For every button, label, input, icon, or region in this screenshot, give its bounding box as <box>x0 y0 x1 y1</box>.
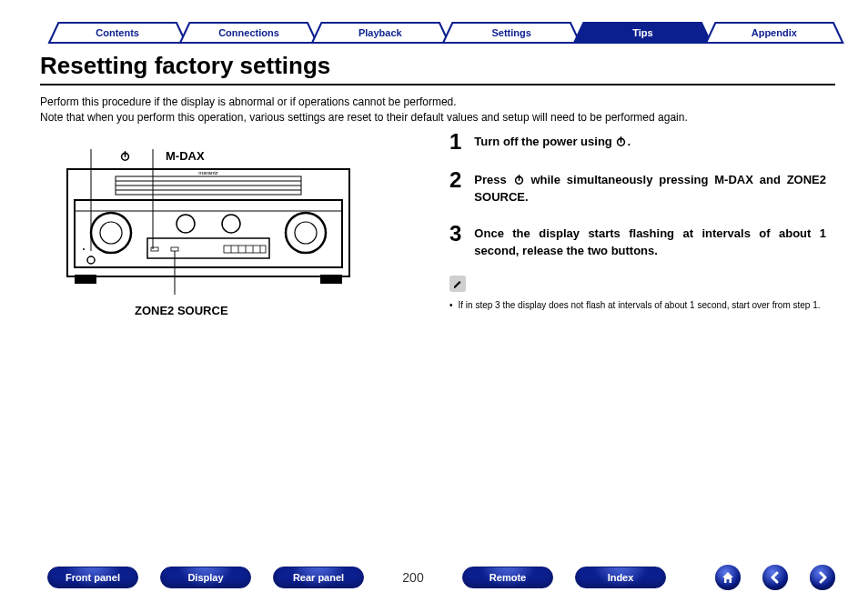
next-arrow-icon[interactable] <box>810 565 835 590</box>
steps-column: 1Turn off the power using .2Press while … <box>449 127 835 317</box>
footer-remote[interactable]: Remote <box>462 567 553 588</box>
tab-playback[interactable]: Playback <box>310 22 450 44</box>
svg-rect-26 <box>147 238 269 258</box>
svg-marker-0 <box>49 23 186 43</box>
page-number: 200 <box>386 570 440 585</box>
step-number: 3 <box>449 223 461 245</box>
diagram-label-mdax: M-DAX <box>166 149 205 163</box>
footer-display[interactable]: Display <box>160 567 251 588</box>
svg-point-36 <box>83 248 85 250</box>
title-rule <box>40 84 835 85</box>
svg-rect-28 <box>171 247 178 251</box>
note-text: • If in step 3 the display does not flas… <box>449 299 826 313</box>
footer-rear-panel[interactable]: Rear panel <box>273 567 364 588</box>
step-text: Press while simultaneously pressing M-DA… <box>474 169 826 206</box>
svg-rect-13 <box>320 275 342 284</box>
step-1: 1Turn off the power using . <box>449 131 826 153</box>
tab-tips[interactable]: Tips <box>572 22 712 44</box>
svg-rect-18 <box>75 200 342 267</box>
svg-marker-1 <box>180 23 317 43</box>
top-tabs: Contents Connections Playback Settings T… <box>47 22 835 45</box>
intro-text: Perform this procedure if the display is… <box>40 95 835 126</box>
power-icon <box>513 174 525 187</box>
tab-settings[interactable]: Settings <box>441 22 581 44</box>
step-text: Once the display starts flashing at inte… <box>474 223 826 260</box>
svg-point-23 <box>295 222 317 244</box>
step-number: 1 <box>449 131 461 153</box>
intro-line-1: Perform this procedure if the display is… <box>40 95 835 110</box>
svg-point-24 <box>177 215 195 233</box>
tab-connections[interactable]: Connections <box>178 22 318 44</box>
footer-nav: Front panel Display Rear panel 200 Remot… <box>0 565 868 590</box>
brand-text: marantz <box>198 170 218 176</box>
tab-contents[interactable]: Contents <box>47 22 187 44</box>
svg-point-35 <box>87 256 95 264</box>
svg-rect-27 <box>151 247 158 251</box>
diagram-label-zone2-source: ZONE2 SOURCE <box>135 304 422 317</box>
svg-marker-5 <box>706 23 843 43</box>
svg-rect-29 <box>224 246 266 253</box>
step-3: 3Once the display starts flashing at int… <box>449 223 826 260</box>
note-pencil-icon <box>449 276 466 292</box>
diagram-label-power-icon <box>119 149 131 164</box>
svg-point-20 <box>91 213 131 253</box>
tab-appendix[interactable]: Appendix <box>704 22 844 44</box>
step-2: 2Press while simultaneously pressing M-D… <box>449 169 826 206</box>
intro-line-2: Note that when you perform this operatio… <box>40 110 835 125</box>
page-title: Resetting factory settings <box>40 52 835 82</box>
footer-front-panel[interactable]: Front panel <box>47 567 138 588</box>
svg-marker-2 <box>312 23 449 43</box>
home-icon[interactable] <box>715 565 741 590</box>
svg-point-21 <box>100 222 122 244</box>
step-number: 2 <box>449 169 461 191</box>
prev-arrow-icon[interactable] <box>762 565 788 590</box>
step-text: Turn off the power using . <box>474 131 631 151</box>
footer-index[interactable]: Index <box>575 567 666 588</box>
svg-rect-12 <box>75 275 96 284</box>
svg-point-25 <box>222 215 240 233</box>
device-diagram: marantz <box>40 149 377 295</box>
svg-marker-4 <box>574 23 711 43</box>
svg-marker-3 <box>443 23 580 43</box>
power-icon <box>615 135 627 149</box>
device-diagram-column: M-DAX marantz <box>40 127 422 317</box>
svg-point-22 <box>286 213 326 253</box>
